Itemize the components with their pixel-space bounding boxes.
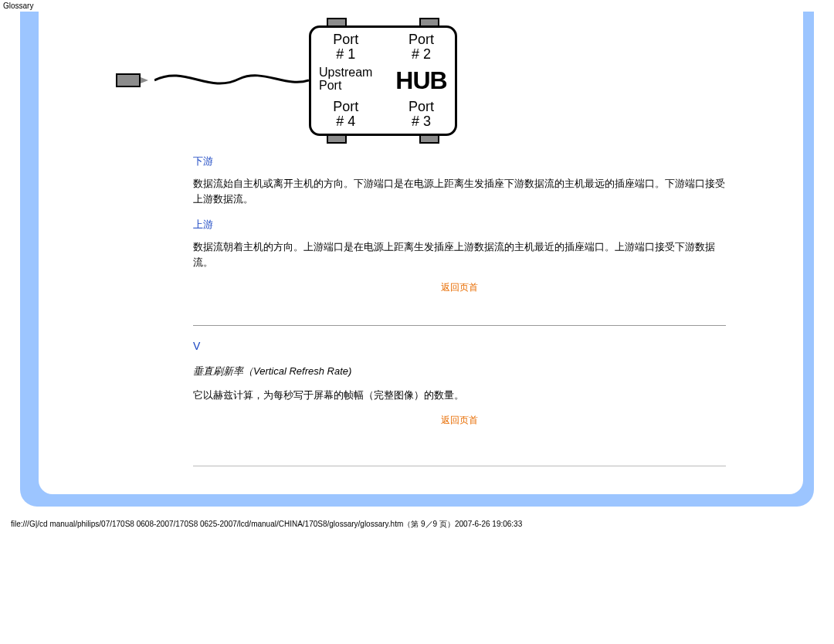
- divider: [193, 325, 726, 326]
- port-2-label: Port# 2: [395, 32, 446, 62]
- heading-upstream: 上游: [193, 218, 726, 232]
- content-panel: Port# 1 Port# 2 UpstreamPort HUB Port# 4…: [39, 12, 803, 494]
- hub-diagram: Port# 1 Port# 2 UpstreamPort HUB Port# 4…: [116, 25, 726, 136]
- outer-frame: Port# 1 Port# 2 UpstreamPort HUB Port# 4…: [20, 12, 814, 507]
- return-top-link[interactable]: 返回页首: [441, 415, 478, 425]
- para-downstream: 数据流始自主机或离开主机的方向。下游端口是在电源上距离生发插座下游数据流的主机最…: [193, 176, 726, 207]
- cable-line-icon: [154, 65, 309, 96]
- footer-path: file:///G|/cd manual/philips/07/170S8 06…: [0, 514, 834, 539]
- heading-downstream: 下游: [193, 154, 726, 168]
- return-top-link[interactable]: 返回页首: [441, 282, 478, 293]
- heading-vrr: 垂直刷新率（Vertical Refresh Rate): [193, 364, 726, 378]
- hub-connector-icon: [327, 134, 347, 144]
- hub-label: HUB: [395, 66, 446, 95]
- para-upstream: 数据流朝着主机的方向。上游端口是在电源上距离生发插座上游数据流的主机最近的插座端…: [193, 239, 726, 270]
- hub-connector-icon: [419, 18, 439, 27]
- letter-v-heading: V: [193, 340, 726, 352]
- hub-connector-icon: [419, 134, 439, 144]
- port-3-label: Port# 3: [395, 100, 446, 129]
- para-vrr: 它以赫兹计算，为每秒写于屏幕的帧幅（完整图像）的数量。: [193, 388, 726, 403]
- usb-plug-icon: [116, 73, 154, 87]
- return-top-link-wrapper: 返回页首: [193, 281, 726, 294]
- footer-divider: [193, 466, 726, 466]
- port-1-label: Port# 1: [319, 32, 372, 62]
- port-4-label: Port# 4: [319, 100, 372, 129]
- upstream-port-label: UpstreamPort: [319, 66, 372, 95]
- hub-connector-icon: [327, 18, 347, 27]
- hub-box: Port# 1 Port# 2 UpstreamPort HUB Port# 4…: [309, 25, 457, 136]
- return-top-link-wrapper: 返回页首: [193, 414, 726, 427]
- page-header: Glossary: [0, 0, 834, 12]
